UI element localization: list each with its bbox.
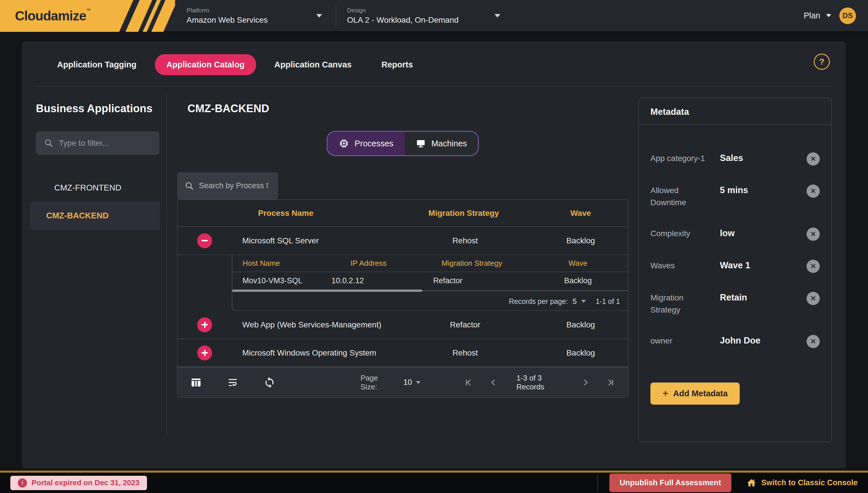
search-icon xyxy=(185,181,194,191)
plan-menu[interactable]: Plan xyxy=(804,11,831,20)
col-host-name: Host Name xyxy=(232,259,321,268)
expand-row-button[interactable] xyxy=(197,317,212,332)
switch-label: Switch to Classic Console xyxy=(761,478,858,487)
collapse-row-button[interactable] xyxy=(197,233,212,248)
table-row: Microsoft SQL Server Rehost Backlog xyxy=(177,227,628,255)
toggle-machines[interactable]: Machines xyxy=(404,132,478,155)
platform-value: Amazon Web Services xyxy=(187,16,336,25)
topbar: Cloudamize™ Platform Amazon Web Services… xyxy=(0,0,868,32)
scrollbar-thumb[interactable] xyxy=(232,290,422,292)
platform-selector[interactable]: Platform Amazon Web Services xyxy=(175,0,336,31)
cloudamize-logo[interactable]: Cloudamize™ xyxy=(0,0,175,32)
tab-reports[interactable]: Reports xyxy=(370,54,425,75)
strategy-cell: Rehost xyxy=(397,236,533,245)
page-title: CMZ-BACKEND xyxy=(187,103,628,115)
remove-metadata-icon[interactable]: ✕ xyxy=(807,185,820,198)
plan-label: Plan xyxy=(804,11,820,20)
toggle-processes[interactable]: Processes xyxy=(327,132,404,155)
chevron-down-icon[interactable] xyxy=(581,300,586,303)
ip-address-cell: 10.0.2.12 xyxy=(321,276,416,285)
expiry-text: Portal expired on Dec 31, 2023 xyxy=(31,478,140,487)
remove-metadata-icon[interactable]: ✕ xyxy=(807,152,820,166)
metadata-key: Waves xyxy=(651,260,713,272)
detail-row: Mov10-VM3-SQL 10.0.2.12 Refactor Backlog xyxy=(232,272,628,289)
strategy-cell: Refactor xyxy=(397,320,533,329)
detail-strategy-cell: Refactor xyxy=(416,276,528,285)
refresh-icon[interactable] xyxy=(263,377,276,389)
remove-metadata-icon[interactable]: ✕ xyxy=(807,260,820,273)
remove-metadata-icon[interactable]: ✕ xyxy=(807,228,820,241)
chevron-down-icon xyxy=(494,14,500,18)
switch-to-classic-console[interactable]: Switch to Classic Console xyxy=(746,478,858,488)
col-process-name: Process Name xyxy=(177,209,394,218)
design-label: Design xyxy=(347,7,514,14)
table-footer: Page Size: 10 xyxy=(177,367,628,398)
col-detail-migration-strategy: Migration Strategy xyxy=(416,259,528,268)
metadata-row: Migration Strategy Retain ✕ xyxy=(651,292,820,316)
detail-footer: Records per page: 5 1-1 of 1 xyxy=(232,292,628,310)
filter-box xyxy=(36,131,159,155)
remove-metadata-icon[interactable]: ✕ xyxy=(807,335,820,348)
process-name-cell: Web App (Web Services-Management) xyxy=(232,320,397,329)
wrap-text-icon[interactable] xyxy=(227,377,239,389)
brand-name: Cloudamize™ xyxy=(15,8,90,23)
metadata-value: John Doe xyxy=(713,335,807,346)
table-header-row: Process Name Migration Strategy Wave xyxy=(177,200,628,227)
metadata-row: owner John Doe ✕ xyxy=(651,335,820,348)
sidebar-title: Business Applications xyxy=(36,103,167,115)
next-page-icon[interactable] xyxy=(581,378,591,387)
avatar[interactable]: DS xyxy=(839,7,856,24)
main-card: Application Tagging Application Catalog … xyxy=(22,42,846,468)
metadata-title: Metadata xyxy=(639,98,831,125)
process-search-input[interactable] xyxy=(199,181,268,190)
page-size-control: Page Size: 10 xyxy=(361,373,421,391)
view-toggle: Processes Machines xyxy=(327,131,479,156)
last-page-icon[interactable] xyxy=(606,378,615,387)
plus-icon xyxy=(202,352,208,353)
expand-row-button[interactable] xyxy=(197,345,212,360)
detail-wave-cell: Backlog xyxy=(528,276,628,285)
application-list: CMZ-FRONTEND CMZ-BACKEND xyxy=(22,174,167,230)
app-window: Cloudamize™ Platform Amazon Web Services… xyxy=(0,0,868,493)
tab-application-tagging[interactable]: Application Tagging xyxy=(46,54,148,75)
columns-icon[interactable] xyxy=(190,377,202,389)
metadata-value: low xyxy=(713,228,807,238)
col-wave: Wave xyxy=(533,209,628,218)
metadata-key: App category-1 xyxy=(651,152,713,165)
strategy-cell: Rehost xyxy=(397,348,533,358)
detail-header-row: Host Name IP Address Migration Strategy … xyxy=(232,255,628,272)
design-selector[interactable]: Design OLA 2 - Workload, On-Demand xyxy=(336,0,514,31)
metadata-value: 5 mins xyxy=(713,185,807,195)
app-item-cmz-backend[interactable]: CMZ-BACKEND xyxy=(30,202,160,230)
page-size-value[interactable]: 10 xyxy=(403,378,412,387)
app-item-cmz-frontend[interactable]: CMZ-FRONTEND xyxy=(30,174,160,202)
records-per-page-value[interactable]: 5 xyxy=(573,297,577,306)
tab-application-canvas[interactable]: Application Canvas xyxy=(263,54,363,75)
detail-scrollbar xyxy=(232,289,628,292)
filter-input[interactable] xyxy=(59,138,145,148)
remove-metadata-icon[interactable]: ✕ xyxy=(807,292,820,305)
chevron-down-icon xyxy=(826,14,831,17)
search-icon xyxy=(44,138,54,148)
add-metadata-button[interactable]: + Add Metadata xyxy=(651,383,740,405)
info-icon: i xyxy=(18,478,27,488)
home-icon xyxy=(746,478,757,488)
bottom-bar: i Portal expired on Dec 31, 2023 Unpubli… xyxy=(0,471,868,493)
processes-table-block: Process Name Migration Strategy Wave Mic… xyxy=(177,172,628,398)
tab-application-catalog[interactable]: Application Catalog xyxy=(155,54,256,75)
host-name-cell: Mov10-VM3-SQL xyxy=(232,276,321,285)
table-row: Web App (Web Services-Management) Refact… xyxy=(177,311,628,339)
process-name-cell: Microsoft Windows Operating System xyxy=(232,348,397,358)
portal-expiry-badge: i Portal expired on Dec 31, 2023 xyxy=(10,476,147,490)
previous-page-icon[interactable] xyxy=(488,378,498,387)
metadata-key: Allowed Downtime xyxy=(651,185,713,209)
unpublish-button[interactable]: Unpublish Full Assessment xyxy=(609,473,732,492)
metadata-value: Retain xyxy=(713,292,807,303)
design-value: OLA 2 - Workload, On-Demand xyxy=(347,16,514,25)
help-icon[interactable]: ? xyxy=(814,53,830,70)
metadata-row: App category-1 Sales ✕ xyxy=(651,152,820,166)
first-page-icon[interactable] xyxy=(464,378,473,387)
toggle-processes-label: Processes xyxy=(355,139,393,148)
tab-bar: Application Tagging Application Catalog … xyxy=(22,42,846,75)
chevron-down-icon[interactable] xyxy=(416,381,421,384)
